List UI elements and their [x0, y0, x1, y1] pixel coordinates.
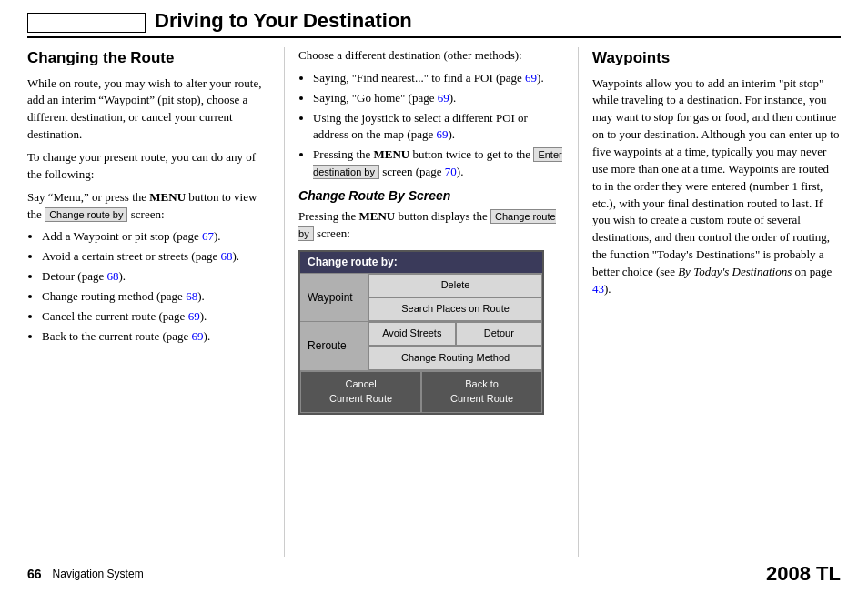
page-container: Driving to Your Destination Changing the… [0, 0, 868, 593]
link-69b[interactable]: 69 [192, 329, 204, 343]
col-left: Changing the Route While on route, you m… [27, 47, 285, 557]
right-para: Waypoints allow you to add an interim "p… [592, 75, 841, 298]
footer-left: 66 Navigation System [27, 567, 144, 581]
left-para1: While on route, you may wish to alter yo… [27, 75, 270, 144]
screen-buttons-reroute: Avoid Streets Detour Change Routing Meth… [368, 322, 542, 370]
list-item: Cancel the current route (page 69). [42, 308, 270, 326]
list-item: Pressing the MENU button twice to get to… [313, 146, 564, 181]
col-right: Waypoints Waypoints allow you to add an … [579, 47, 841, 557]
cancel-current-route-button[interactable]: CancelCurrent Route [300, 371, 421, 413]
list-item: Detour (page 68). [42, 268, 270, 286]
footer: 66 Navigation System 2008 TL [0, 558, 868, 586]
page-title: Driving to Your Destination [155, 9, 412, 33]
link-68a[interactable]: 68 [220, 249, 232, 263]
back-to-current-route-button[interactable]: Back toCurrent Route [421, 371, 542, 413]
screen-btn-row-top: Avoid Streets Detour [368, 322, 542, 347]
link-69d[interactable]: 69 [438, 91, 449, 105]
header-box [27, 13, 146, 33]
list-item: Back to the current route (page 69). [42, 328, 270, 346]
screen-bottom-row: CancelCurrent Route Back toCurrent Route [300, 370, 542, 413]
list-item: Saying, "Go home" (page 69). [313, 90, 564, 107]
col-middle: Choose a different destination (other me… [285, 47, 579, 557]
footer-page-number: 66 [27, 567, 42, 581]
link-68b[interactable]: 68 [106, 269, 118, 283]
screen-header: Change route by: [300, 252, 542, 273]
middle-section2-title: Change Route By Screen [298, 186, 564, 205]
left-para3-bold: MENU [149, 190, 186, 204]
screen-label-reroute: Reroute [300, 322, 368, 370]
left-para3-end: screen: [127, 207, 164, 221]
screen-ui: Change route by: Waypoint Delete Search … [298, 250, 544, 415]
screen-row-waypoint: Waypoint Delete Search Places on Route [300, 273, 542, 321]
detour-button[interactable]: Detour [456, 322, 543, 346]
screen-row-reroute: Reroute Avoid Streets Detour Change Rout… [300, 321, 542, 370]
list-item: Using the joystick to select a different… [313, 110, 564, 145]
list-item: Change routing method (page 68). [42, 288, 270, 306]
link-69e[interactable]: 69 [436, 127, 448, 141]
left-para3-prefix: Say “Menu,” or press the [27, 190, 149, 204]
footer-nav-system: Navigation System [53, 568, 144, 580]
link-67[interactable]: 67 [202, 229, 214, 243]
left-section-title: Changing the Route [27, 47, 270, 70]
middle-para1: Choose a different destination (other me… [298, 47, 564, 65]
screen-buttons-waypoint: Delete Search Places on Route [368, 274, 542, 321]
left-para2: To change your present route, you can do… [27, 149, 270, 184]
search-places-button[interactable]: Search Places on Route [368, 297, 542, 321]
delete-button[interactable]: Delete [368, 274, 542, 297]
right-section-title: Waypoints [592, 47, 841, 70]
link-69c[interactable]: 69 [525, 71, 537, 85]
footer-model: 2008 TL [766, 562, 841, 586]
avoid-streets-button[interactable]: Avoid Streets [368, 322, 456, 346]
link-70[interactable]: 70 [445, 165, 457, 178]
list-item: Saying, "Find nearest..." to find a POI … [313, 70, 564, 87]
list-item: Add a Waypoint or pit stop (page 67). [42, 228, 270, 246]
middle-section2-para: Pressing the MENU button displays the Ch… [298, 208, 564, 243]
list-item: Avoid a certain street or streets (page … [42, 248, 270, 266]
link-43[interactable]: 43 [592, 282, 604, 296]
link-69a[interactable]: 69 [188, 309, 200, 323]
link-68c[interactable]: 68 [186, 289, 197, 303]
left-bullets: Add a Waypoint or pit stop (page 67). Av… [27, 228, 270, 345]
middle-bullets: Saying, "Find nearest..." to find a POI … [298, 70, 564, 181]
screen-label-waypoint: Waypoint [300, 274, 368, 321]
left-para3-mono: Change route by [45, 207, 127, 222]
change-routing-method-button[interactable]: Change Routing Method [368, 347, 542, 370]
columns: Changing the Route While on route, you m… [27, 47, 841, 557]
left-para3: Say “Menu,” or press the MENU button to … [27, 189, 270, 224]
header-bar: Driving to Your Destination [27, 9, 841, 38]
